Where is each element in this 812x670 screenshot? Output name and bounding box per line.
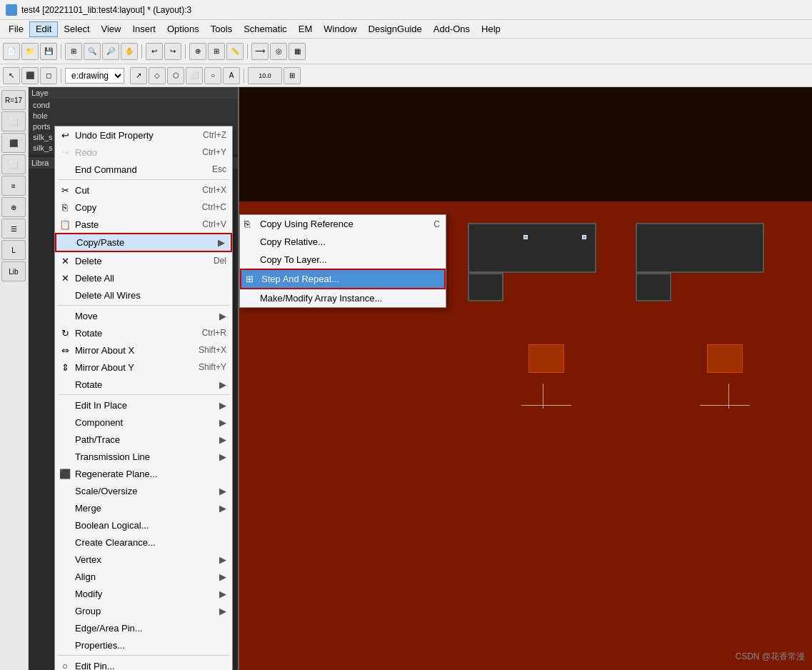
menu-options[interactable]: Options: [161, 21, 205, 37]
pan[interactable]: ✋: [121, 43, 138, 60]
save-btn[interactable]: 💾: [40, 43, 57, 60]
menu-redo[interactable]: ↪ Redo Ctrl+Y: [55, 144, 232, 161]
route-btn[interactable]: ⟶: [251, 43, 269, 60]
menu-addons[interactable]: Add-Ons: [428, 21, 476, 37]
pt-arrow: ▶: [219, 434, 226, 445]
grid-btn[interactable]: ⊞: [208, 43, 225, 60]
via-btn[interactable]: ◎: [270, 43, 287, 60]
menu-vertex[interactable]: Vertex ▶: [55, 551, 232, 568]
menu-boolean[interactable]: Boolean Logical...: [55, 516, 232, 534]
menu-transmission-line[interactable]: Transmission Line ▶: [55, 448, 232, 465]
menu-em[interactable]: EM: [293, 21, 319, 37]
menu-copy[interactable]: ⎘ Copy Ctrl+C: [55, 199, 232, 216]
menu-view[interactable]: View: [96, 21, 127, 37]
menu-edit[interactable]: Edit: [29, 21, 58, 37]
new-btn[interactable]: 📄: [3, 43, 20, 60]
app-icon: [6, 4, 17, 16]
submenu-copy-relative[interactable]: Copy Relative...: [240, 233, 446, 251]
menu-delete[interactable]: ✕ Delete Del: [55, 252, 232, 269]
menu-edit-pin[interactable]: ○ Edit Pin...: [55, 657, 232, 670]
circle-btn[interactable]: ○: [204, 67, 221, 84]
text-btn[interactable]: A: [223, 67, 240, 84]
shape-btn[interactable]: ◻: [40, 67, 57, 84]
line-1: [521, 405, 571, 406]
menu-move[interactable]: Move ▶: [55, 307, 232, 324]
hexagon-btn[interactable]: ⬡: [167, 67, 184, 84]
redo-toolbar[interactable]: ↪: [164, 43, 181, 60]
menu-delete-all[interactable]: ✕ Delete All: [55, 269, 232, 286]
snap-btn[interactable]: ⊕: [189, 43, 206, 60]
menu-properties[interactable]: Properties...: [55, 636, 232, 654]
menu-edge-area-pin[interactable]: Edge/Area Pin...: [55, 619, 232, 636]
menu-help[interactable]: Help: [476, 21, 506, 37]
layer-cond[interactable]: cond: [30, 100, 236, 110]
pcb-pad-7: [707, 344, 743, 373]
sep1: [61, 44, 61, 59]
sidebar-btn-3[interactable]: ⬛: [1, 133, 26, 153]
menu-select[interactable]: Select: [58, 21, 95, 37]
zoom-out[interactable]: 🔎: [102, 43, 119, 60]
menu-cut[interactable]: ✂ Cut Ctrl+X: [55, 181, 232, 199]
menu-paste[interactable]: 📋 Paste Ctrl+V: [55, 216, 232, 233]
menu-group[interactable]: Group ▶: [55, 602, 232, 619]
menu-path-trace[interactable]: Path/Trace ▶: [55, 431, 232, 448]
menu-modify[interactable]: Modify ▶: [55, 585, 232, 602]
menu-designguide[interactable]: DesignGuide: [363, 21, 428, 37]
clearance-icon: [59, 536, 71, 548]
sidebar-btn-5[interactable]: ≡: [1, 176, 26, 196]
layer-dropdown[interactable]: e:drawing: [65, 68, 124, 84]
menu-window[interactable]: Window: [318, 21, 362, 37]
copper-btn[interactable]: ▦: [289, 43, 306, 60]
menu-merge[interactable]: Merge ▶: [55, 499, 232, 516]
sidebar-btn-9[interactable]: Lib: [1, 261, 26, 281]
submenu-make-array[interactable]: Make/Modify Array Instance...: [240, 289, 446, 307]
menu-insert[interactable]: Insert: [126, 21, 161, 37]
menu-rotate-sub[interactable]: Rotate ▶: [55, 376, 232, 393]
submenu-step-and-repeat[interactable]: ⊞ Step And Repeat...: [240, 269, 446, 289]
sidebar-btn-2[interactable]: ⬜: [1, 111, 26, 131]
open-btn[interactable]: 📁: [21, 43, 39, 60]
menu-end-command[interactable]: End Command Esc: [55, 161, 232, 178]
copy-ref-icon: ⎘: [244, 219, 250, 229]
menu-rotate[interactable]: ↻ Rotate Ctrl+R: [55, 324, 232, 341]
sidebar-btn-1[interactable]: R=17: [1, 90, 26, 110]
menu-regenerate-plane[interactable]: ⬛ Regenerate Plane...: [55, 465, 232, 482]
rect-btn[interactable]: ⬜: [186, 67, 203, 84]
menu-copy-paste[interactable]: Copy/Paste ▶: [55, 233, 232, 252]
menu-tools[interactable]: Tools: [205, 21, 238, 37]
align-icon: [59, 571, 71, 582]
mirror-x-icon: ⇔: [59, 344, 71, 356]
menu-clearance[interactable]: Create Clearance...: [55, 534, 232, 551]
layer-btn[interactable]: ⬛: [21, 67, 39, 84]
menu-file[interactable]: File: [3, 21, 29, 37]
layer-hole[interactable]: hole: [30, 111, 236, 121]
line-v2: [728, 384, 729, 409]
diamond-btn[interactable]: ◇: [149, 67, 166, 84]
ruler-btn[interactable]: 📏: [226, 43, 244, 60]
zoom-fit[interactable]: ⊞: [65, 43, 82, 60]
menu-schematic[interactable]: Schematic: [238, 21, 293, 37]
menu-edit-in-place[interactable]: Edit In Place ▶: [55, 396, 232, 414]
sidebar-btn-4[interactable]: ⬜: [1, 154, 26, 174]
menu-undo-edit-property[interactable]: ↩ Undo Edit Property Ctrl+Z: [55, 126, 232, 144]
watermark: CSDN @花香常漫: [735, 651, 805, 663]
menu-mirror-x[interactable]: ⇔ Mirror About X Shift+X: [55, 341, 232, 359]
menu-scale[interactable]: Scale/Oversize ▶: [55, 482, 232, 499]
comp-arrow: ▶: [219, 417, 226, 428]
coord-btn[interactable]: 10.0: [248, 67, 282, 84]
menu-align[interactable]: Align ▶: [55, 568, 232, 585]
sidebar-btn-8[interactable]: L: [1, 240, 26, 260]
zoom-in[interactable]: 🔍: [84, 43, 101, 60]
menu-component[interactable]: Component ▶: [55, 414, 232, 431]
submenu-copy-to-layer[interactable]: Copy To Layer...: [240, 251, 446, 269]
select-btn[interactable]: ↖: [3, 67, 20, 84]
submenu-copy-using-ref[interactable]: ⎘ Copy Using Reference C: [240, 215, 446, 233]
sidebar-btn-6[interactable]: ⊕: [1, 197, 26, 217]
sidebar-btn-7[interactable]: ☰: [1, 219, 26, 239]
undo-toolbar[interactable]: ↩: [146, 43, 163, 60]
grid-disp[interactable]: ⊞: [284, 67, 301, 84]
arrow-btn[interactable]: ↗: [130, 67, 147, 84]
menu-mirror-y[interactable]: ⇕ Mirror About Y Shift+Y: [55, 359, 232, 376]
canvas-area[interactable]: Laye cond hole ports silk_s silk_s Libra: [29, 87, 812, 670]
menu-delete-all-wires[interactable]: Delete All Wires: [55, 286, 232, 304]
